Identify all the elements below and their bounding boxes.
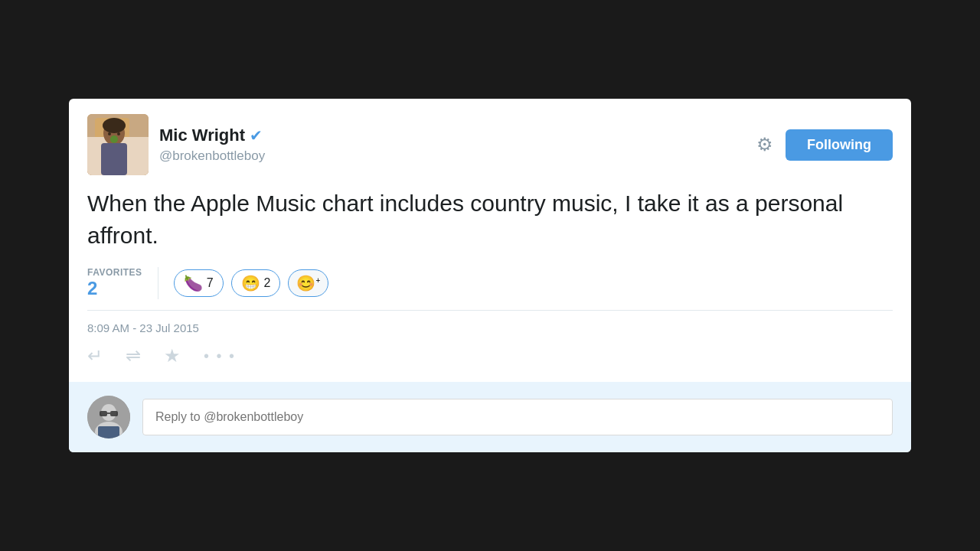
- username: @brokenbottleboy: [159, 148, 265, 164]
- tweet-main: Mic Wright ✔ @brokenbottleboy ⚙ Followin…: [69, 99, 911, 382]
- reply-input-container: [142, 399, 893, 435]
- svg-rect-16: [98, 426, 119, 439]
- svg-point-9: [110, 135, 118, 143]
- user-names: Mic Wright ✔ @brokenbottleboy: [159, 126, 265, 164]
- svg-rect-14: [110, 411, 118, 416]
- reactions-row: FAVORITES 2 🍆 7 😁 2 😊+: [87, 267, 893, 311]
- reply-input[interactable]: [142, 399, 893, 435]
- smile-plus-emoji: 😊+: [296, 274, 320, 292]
- eggplant-emoji: 🍆: [184, 274, 203, 292]
- header-right: ⚙ Following: [756, 129, 893, 161]
- favorites-label: FAVORITES: [87, 267, 142, 278]
- add-emoji-button[interactable]: 😊+: [288, 269, 328, 297]
- tweet-text: When the Apple Music chart includes coun…: [87, 187, 893, 252]
- favorites-count: 2: [87, 278, 142, 299]
- grin-emoji: 😁: [241, 274, 260, 292]
- more-icon[interactable]: • • •: [204, 347, 236, 365]
- display-name-row: Mic Wright ✔: [159, 126, 265, 145]
- svg-rect-13: [100, 411, 107, 416]
- reply-icon[interactable]: ↵: [87, 345, 103, 367]
- eggplant-reaction-button[interactable]: 🍆 7: [174, 269, 224, 297]
- grin-reaction-button[interactable]: 😁 2: [231, 269, 281, 297]
- reply-avatar: [87, 396, 130, 439]
- favorite-icon[interactable]: ★: [164, 345, 181, 367]
- svg-point-6: [103, 118, 126, 133]
- gear-icon[interactable]: ⚙: [756, 134, 773, 155]
- retweet-icon[interactable]: ⇌: [126, 345, 141, 367]
- action-row: ↵ ⇌ ★ • • •: [87, 345, 893, 370]
- svg-rect-5: [101, 143, 127, 175]
- svg-point-8: [117, 132, 120, 135]
- tweet-header: Mic Wright ✔ @brokenbottleboy ⚙ Followin…: [87, 114, 893, 175]
- svg-point-7: [108, 132, 111, 135]
- user-info: Mic Wright ✔ @brokenbottleboy: [87, 114, 265, 175]
- display-name: Mic Wright: [159, 126, 245, 145]
- following-button[interactable]: Following: [786, 129, 893, 161]
- verified-icon: ✔: [250, 126, 263, 145]
- favorites-section: FAVORITES 2: [87, 267, 158, 299]
- tweet-card: Mic Wright ✔ @brokenbottleboy ⚙ Followin…: [69, 99, 911, 452]
- avatar: [87, 114, 149, 175]
- timestamp: 8:09 AM - 23 Jul 2015: [87, 321, 893, 334]
- emoji-reactions: 🍆 7 😁 2 😊+: [174, 269, 329, 297]
- reply-section: [69, 382, 911, 452]
- eggplant-count: 7: [207, 276, 214, 290]
- grin-count: 2: [264, 276, 271, 290]
